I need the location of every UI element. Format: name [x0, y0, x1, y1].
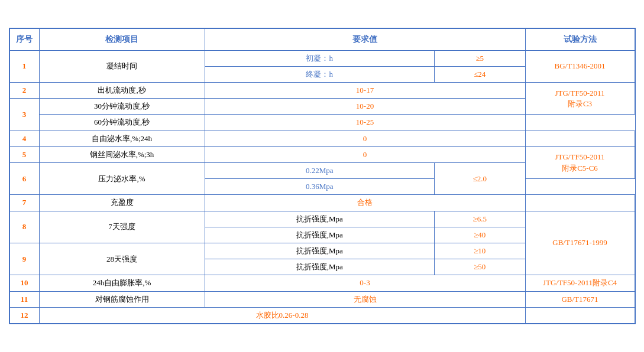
sub-8-1: 抗折强度,Mpa — [205, 211, 434, 227]
item-3b: 60分钟流动度,秒 — [39, 115, 205, 131]
sub-9-2: 抗折强度,Mpa — [205, 259, 434, 275]
req-1-2: ≤24 — [434, 66, 525, 82]
item-6: 压力泌水率,% — [39, 163, 205, 195]
table-row: 60分钟流动度,秒10-25 — [9, 115, 635, 131]
req-4: 0 — [205, 131, 525, 146]
req-6: ≤2.0 — [434, 163, 525, 195]
header-col_req: 要求值 — [205, 29, 525, 51]
header-col_method: 试验方法 — [525, 29, 635, 51]
seq-3: 3 — [9, 99, 39, 131]
sub-6-1: 0.22Mpa — [205, 163, 434, 179]
table-row: 5钢丝间泌水率,%;3h0JTG/TF50-2011附录C5-C6 — [9, 146, 635, 162]
item-5: 钢丝间泌水率,%;3h — [39, 146, 205, 162]
seq-5: 5 — [9, 146, 39, 162]
req-9-1: ≥10 — [434, 243, 525, 259]
seq-9: 9 — [9, 243, 39, 275]
main-table-container: 序号检测项目要求值试验方法1凝结时间初凝：h≥5BG/T1346-2001终凝：… — [9, 28, 636, 324]
method-10: JTG/TF50-2011附录C4 — [525, 275, 635, 291]
table-row: 1024h自由膨胀率,%0-3JTG/TF50-2011附录C4 — [9, 275, 635, 291]
req-7: 合格 — [205, 195, 525, 211]
table-row: 4自由泌水率,%;24h0 — [9, 131, 635, 146]
req-2: 10-17 — [205, 83, 525, 99]
table-row: 1凝结时间初凝：h≥5BG/T1346-2001 — [9, 50, 635, 66]
item-8: 7天强度 — [39, 211, 205, 243]
table-row: 12水胶比0.26-0.28 — [9, 307, 635, 323]
req-8-1: ≥6.5 — [434, 211, 525, 227]
req-5: 0 — [205, 146, 525, 162]
header-col_seq: 序号 — [9, 29, 39, 51]
seq-8: 8 — [9, 211, 39, 243]
item-3a: 30分钟流动度,秒 — [39, 99, 205, 115]
method-5: JTG/TF50-2011附录C5-C6 — [525, 146, 635, 178]
req-3a: 10-20 — [205, 99, 525, 115]
req-8-2: ≥40 — [434, 227, 525, 243]
item-9: 28天强度 — [39, 243, 205, 275]
item-2: 出机流动度,秒 — [39, 83, 205, 99]
seq-12: 12 — [9, 307, 39, 323]
req-11: 无腐蚀 — [205, 291, 525, 307]
seq-7: 7 — [9, 195, 39, 211]
seq-1: 1 — [9, 50, 39, 82]
item-11: 对钢筋腐蚀作用 — [39, 291, 205, 307]
method-1: BG/T1346-2001 — [525, 50, 635, 82]
sub-9-1: 抗折强度,Mpa — [205, 243, 434, 259]
seq-11: 11 — [9, 291, 39, 307]
method-4 — [525, 131, 635, 146]
seq-6: 6 — [9, 163, 39, 195]
item-4: 自由泌水率,%;24h — [39, 131, 205, 146]
req-3b: 10-25 — [205, 115, 525, 131]
method-2: JTG/TF50-2011附录C3 — [525, 83, 635, 115]
item-7: 充盈度 — [39, 195, 205, 211]
header-col_item: 检测项目 — [39, 29, 205, 51]
sub-1-2: 终凝：h — [205, 66, 434, 82]
item-12: 水胶比0.26-0.28 — [39, 307, 525, 323]
sub-6-2: 0.36Mpa — [205, 179, 434, 195]
item-1: 凝结时间 — [39, 50, 205, 82]
table-row: 2出机流动度,秒10-17JTG/TF50-2011附录C3 — [9, 83, 635, 99]
req-10: 0-3 — [205, 275, 525, 291]
req-1-1: ≥5 — [434, 50, 525, 66]
table-row: 87天强度抗折强度,Mpa≥6.5GB/T17671-1999 — [9, 211, 635, 227]
sub-8-2: 抗折强度,Mpa — [205, 227, 434, 243]
method-7 — [525, 195, 635, 211]
table-row: 7充盈度合格 — [9, 195, 635, 211]
seq-10: 10 — [9, 275, 39, 291]
sub-1-1: 初凝：h — [205, 50, 434, 66]
item-10: 24h自由膨胀率,% — [39, 275, 205, 291]
method-12 — [525, 307, 635, 323]
seq-2: 2 — [9, 83, 39, 99]
seq-4: 4 — [9, 131, 39, 146]
method-8: GB/T17671-1999 — [525, 211, 635, 275]
method-11: GB/T17671 — [525, 291, 635, 307]
req-9-2: ≥50 — [434, 259, 525, 275]
table-row: 11对钢筋腐蚀作用无腐蚀GB/T17671 — [9, 291, 635, 307]
